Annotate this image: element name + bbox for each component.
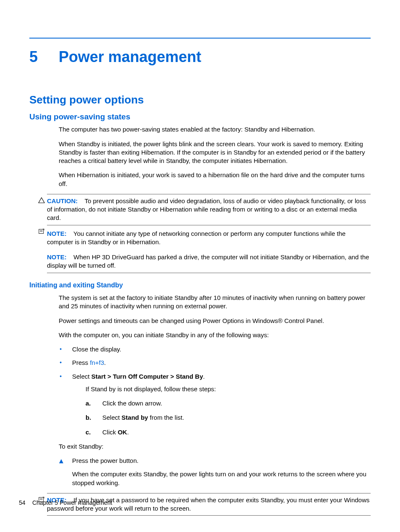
page: 5 Power management Setting power options… (0, 0, 400, 532)
paragraph: When the computer exits Standby, the pow… (72, 470, 371, 487)
key-combo: fn+f3 (90, 359, 104, 366)
subsubsection-heading: Initiating and exiting Standby (29, 281, 371, 290)
top-rule (29, 38, 371, 39)
page-footer: 54 Chapter 5 Power management (19, 499, 112, 507)
chapter-heading: 5 Power management (29, 47, 371, 67)
chapter-number: 5 (29, 47, 59, 67)
caution-text: To prevent possible audio and video degr… (47, 197, 366, 222)
paragraph: To exit Standby: (59, 442, 371, 451)
paragraph: The system is set at the factory to init… (59, 294, 371, 311)
bullet-list: Close the display. Press fn+f3. Select S… (59, 345, 371, 436)
list-item: Select Start > Turn Off Computer > Stand… (59, 372, 371, 436)
note-label: NOTE: (47, 230, 67, 237)
paragraph: With the computer on, you can initiate S… (59, 331, 371, 339)
paragraph: If Stand by is not displayed, follow the… (86, 385, 371, 393)
triangle-list: Press the power button. When the compute… (59, 457, 371, 487)
svg-marker-4 (59, 459, 63, 463)
paragraph: When Hibernation is initiated, your work… (59, 171, 371, 188)
paragraph: Power settings and timeouts can be chang… (59, 317, 371, 325)
caution-label: CAUTION: (47, 197, 78, 204)
footer-chapter-ref: Chapter 5 Power management (32, 499, 112, 506)
letter-list: a.Click the down arrow. b.Select Stand b… (86, 399, 371, 436)
caution-callout: CAUTION: To prevent possible audio and v… (47, 194, 371, 225)
list-item: Close the display. (59, 345, 371, 354)
list-item: b.Select Stand by from the list. (86, 413, 371, 422)
paragraph: When Standby is initiated, the power lig… (59, 140, 371, 165)
svg-marker-0 (39, 198, 44, 203)
note-text: When HP 3D DriveGuard has parked a drive… (47, 253, 369, 269)
section-heading: Setting power options (29, 93, 371, 107)
body-block: The computer has two power-saving states… (59, 125, 371, 188)
note-label: NOTE: (47, 253, 67, 261)
list-item: c.Click OK. (86, 428, 371, 436)
list-item: a.Click the down arrow. (86, 399, 371, 408)
menu-path: Start > Turn Off Computer > Stand By (91, 373, 203, 380)
paragraph: The computer has two power-saving states… (59, 125, 371, 134)
note-icon (38, 228, 45, 236)
note-callout: NOTE: When HP 3D DriveGuard has parked a… (47, 249, 371, 273)
caution-icon (38, 197, 45, 205)
note-callout: NOTE: You cannot initiate any type of ne… (47, 225, 371, 249)
page-number: 54 (19, 499, 31, 507)
note-text: You cannot initiate any type of networki… (47, 230, 345, 245)
list-item: Press fn+f3. (59, 359, 371, 367)
chapter-title: Power management (59, 47, 201, 67)
body-block: The system is set at the factory to init… (59, 294, 371, 487)
caution-text (80, 197, 85, 204)
sub-block: If Stand by is not displayed, follow the… (86, 385, 371, 436)
triangle-icon (59, 457, 64, 466)
list-item: Press the power button. When the compute… (59, 457, 371, 487)
subsection-heading: Using power-saving states (29, 111, 371, 122)
